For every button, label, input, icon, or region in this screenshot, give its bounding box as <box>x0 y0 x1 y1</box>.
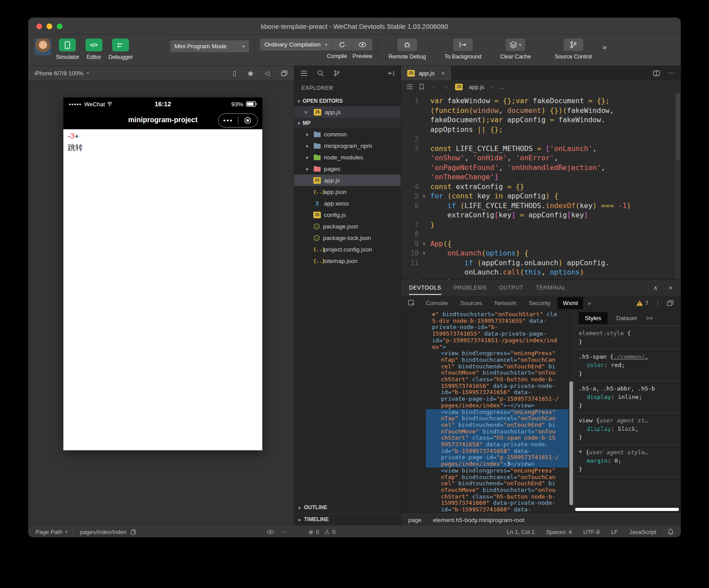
bookmark-icon[interactable] <box>419 84 424 90</box>
close-panel-icon[interactable]: × <box>669 284 673 291</box>
tree-item-node_modules[interactable]: ▸node_modules <box>294 151 401 163</box>
more-tabs-icon[interactable]: » <box>585 300 594 306</box>
chrome-tab-network[interactable]: Network <box>489 297 522 309</box>
tree-item-common[interactable]: ▸common <box>294 128 401 140</box>
warning-badge[interactable]: 7 <box>636 300 649 306</box>
nav-forward-icon[interactable]: → <box>443 83 449 90</box>
debugger-button[interactable]: Debugger <box>109 39 133 60</box>
fold-icon[interactable]: ∨ <box>419 248 429 258</box>
wxml-element-tree[interactable]: e" bindtouchstart="onTouchStart" cla5-di… <box>401 310 569 514</box>
files-icon[interactable] <box>300 70 308 76</box>
outline-list-icon[interactable] <box>406 84 413 89</box>
tree-item-app.js[interactable]: JSapp.js <box>294 174 401 186</box>
devtools-tab-devtools[interactable]: DEVTOOLS <box>409 285 441 291</box>
style-property[interactable]: margin: 0; <box>579 456 676 465</box>
breadcrumb-page[interactable]: page <box>408 517 421 523</box>
nav-back-icon[interactable]: ← <box>430 83 436 90</box>
tree-item-project.config.json[interactable]: {..}project.config.json <box>294 244 401 255</box>
mute-icon[interactable]: ◁ <box>265 70 269 77</box>
chrome-tab-security[interactable]: Security <box>524 297 556 309</box>
simulator-button[interactable]: Simulator <box>56 39 79 60</box>
style-property[interactable]: display: block; <box>579 425 676 433</box>
style-property[interactable]: display: inline; <box>579 393 676 401</box>
errors-icon[interactable]: ⊗ <box>308 529 313 535</box>
chrome-tab-wxml[interactable]: Wxml <box>557 297 583 309</box>
warnings-icon[interactable]: ⚠ <box>324 529 330 535</box>
outline-section[interactable]: ▸ OUTLINE <box>294 501 401 513</box>
statusbar-more-icon[interactable]: ⋯ <box>281 529 287 535</box>
chrome-tab-console[interactable]: Console <box>421 297 453 309</box>
eye-icon[interactable] <box>267 530 274 534</box>
tree-item-package.json[interactable]: jspackage.json <box>294 220 401 232</box>
mode-dropdown[interactable]: Mini Program Mode ▾ <box>170 40 249 52</box>
styles-tab-styles[interactable]: Styles <box>579 312 608 324</box>
device-selector[interactable]: iPhone 6/7/8 100% ▾ <box>35 70 89 77</box>
style-property[interactable]: color: red; <box>579 361 676 369</box>
editor-scrollbar[interactable] <box>675 93 681 279</box>
wxml-node[interactable]: <view bindlongpress="onLongPress"nTap" b… <box>426 350 569 409</box>
styles-hscrollbar[interactable] <box>575 508 679 511</box>
counter-plus-button[interactable]: + <box>74 132 79 140</box>
tree-item-sitemap.json[interactable]: {..}sitemap.json <box>294 255 401 267</box>
editor-button[interactable]: </> Editor <box>86 39 102 60</box>
copy-path-icon[interactable] <box>131 529 136 535</box>
wxml-node[interactable]: e" bindtouchstart="onTouchStart" cla5-di… <box>426 311 569 350</box>
style-rule[interactable]: view {user agent st…display: block;} <box>574 413 681 445</box>
more-menu-button[interactable]: ●●● <box>218 118 238 123</box>
breadcrumb-element[interactable]: element.h5-body.miniprogram-root <box>433 517 524 523</box>
timeline-section[interactable]: ▸ TIMELINE <box>294 513 401 525</box>
tree-item-miniprogram_npm[interactable]: ▸miniprogram_npm <box>294 140 401 151</box>
chrome-tab-sources[interactable]: Sources <box>455 297 488 309</box>
exit-miniprogram-button[interactable] <box>238 117 258 124</box>
tree-item-app.json[interactable]: {..}app.json <box>294 186 401 197</box>
encoding[interactable]: UTF-8 <box>583 529 600 535</box>
user-avatar[interactable] <box>35 39 51 55</box>
wxml-node[interactable]: <view bindlongpress="onLongPress"nTap" b… <box>426 468 569 514</box>
eol[interactable]: LF <box>611 529 618 535</box>
tree-item-config.js[interactable]: JSconfig.js <box>294 209 401 220</box>
tree-item-pages[interactable]: ▸pages <box>294 163 401 174</box>
rotate-device-icon[interactable]: ▯ <box>233 70 236 77</box>
devtools-tab-terminal[interactable]: TERMINAL <box>536 285 566 291</box>
devtools-tab-output[interactable]: OUTPUT <box>499 285 523 291</box>
stylesheet-link[interactable]: ./common/… <box>613 353 648 360</box>
devtools-tab-problems[interactable]: PROBLEMS <box>454 285 487 291</box>
inspect-element-icon[interactable] <box>405 299 419 306</box>
split-editor-icon[interactable] <box>653 70 660 76</box>
close-icon[interactable]: × <box>304 109 310 116</box>
source-control-icon[interactable] <box>334 70 340 77</box>
compilation-mode-dropdown[interactable]: Ordinary Compilation ▾ <box>260 39 331 50</box>
code-editor[interactable]: 12345∨6789∨10∨1112 var fakeWindow = {};v… <box>401 93 681 279</box>
fold-icon[interactable]: ∨ <box>419 239 429 249</box>
style-rule[interactable]: * {user agent style…margin: 0;} <box>574 445 681 477</box>
notifications-bell-icon[interactable] <box>668 529 674 535</box>
tab-app-js[interactable]: JS app.js × <box>401 66 452 80</box>
cursor-position[interactable]: Ln 1, Col 1 <box>507 529 535 535</box>
preview-button[interactable] <box>352 39 372 50</box>
tree-item-app.wxss[interactable]: 3app.wxss <box>294 197 401 209</box>
style-rule[interactable]: .h5-a, .h5-abbr, .h5-bdisplay: inline;} <box>574 381 681 413</box>
dock-side-icon[interactable] <box>667 300 674 306</box>
to-background-button[interactable]: To Background <box>444 39 481 60</box>
styles-more-tabs[interactable]: >> <box>646 315 653 321</box>
collapse-panel-icon[interactable]: ∧ <box>653 284 658 291</box>
remote-debug-button[interactable]: Remote Debug <box>389 39 426 60</box>
close-tab-icon[interactable]: × <box>441 70 445 77</box>
multi-window-icon[interactable] <box>281 70 288 76</box>
fold-icon[interactable]: ∨ <box>419 191 429 201</box>
compile-button[interactable] <box>332 39 352 50</box>
wxml-scrollbar[interactable] <box>569 310 574 514</box>
tree-item-package-lock.json[interactable]: jspackage-lock.json <box>294 232 401 244</box>
clear-cache-button[interactable]: ▾ Clear Cache <box>500 39 531 60</box>
styles-tab-dataset[interactable]: Dataset <box>616 315 637 321</box>
open-editor-item[interactable]: × JS app.js <box>294 106 401 118</box>
record-icon[interactable]: ◉ <box>248 70 253 77</box>
wxml-node-selected[interactable]: <view bindlongpress="onLongPress"nTap" b… <box>426 409 569 468</box>
source-control-button[interactable]: Source Control <box>555 39 592 60</box>
language-mode[interactable]: JavaScript <box>629 529 656 535</box>
search-icon[interactable] <box>317 70 324 77</box>
collapse-sidebar-icon[interactable] <box>388 70 394 76</box>
style-rule[interactable]: element.style {} <box>574 326 681 349</box>
open-editors-section[interactable]: ▾ OPEN EDITORS <box>294 96 401 106</box>
jump-link[interactable]: 跳转 <box>68 143 83 152</box>
